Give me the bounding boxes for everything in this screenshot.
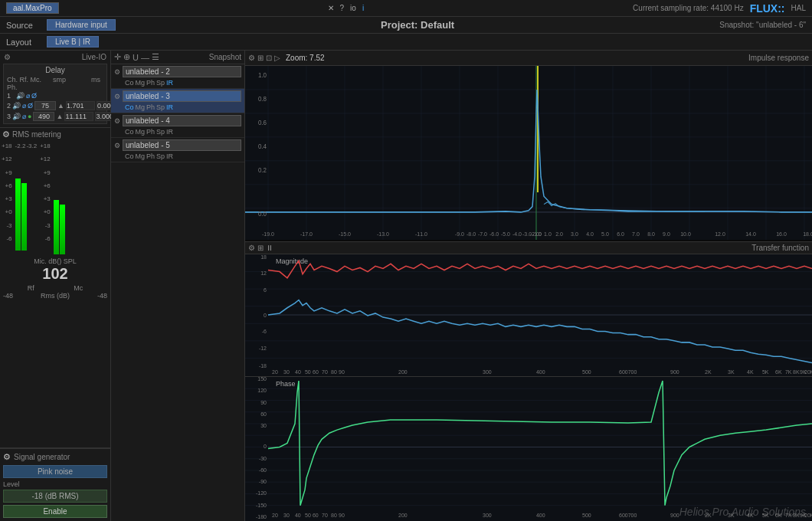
svg-text:5.0: 5.0 <box>601 231 609 238</box>
layout-label: Layout <box>6 38 41 47</box>
ch-3-speaker[interactable]: 🔊 <box>12 113 21 120</box>
channel-row-3: 3 🔊 ⌀ ● ▲ F. <box>5 111 105 122</box>
snap-gear-2[interactable]: ⚙ <box>114 117 120 125</box>
source-button[interactable]: Hardware input <box>47 19 116 31</box>
magnitude-section: Magnitude 18 12 6 0 -6 -12 -18 <box>245 254 812 377</box>
svg-text:6: 6 <box>264 287 267 293</box>
ch-3-smp-input[interactable] <box>33 112 54 121</box>
snap-name-2[interactable] <box>123 115 241 126</box>
meter-area: +18 +12 +9 +6 +3 +0 -3 -6 -2.2 -3.2 <box>0 141 110 256</box>
top-bar-left: aal.MaxPro <box>6 2 59 14</box>
svg-text:50: 50 <box>305 513 311 518</box>
vu-bar-3 <box>54 155 59 254</box>
level-button[interactable]: -18 (dB RMS) <box>3 490 107 503</box>
svg-text:Magnitude: Magnitude <box>276 257 308 265</box>
impulse-title: Impulse response <box>748 54 809 62</box>
transfer-title: Transfer function <box>751 244 809 252</box>
ch-3-mute[interactable]: ● <box>28 113 31 120</box>
svg-text:0.6: 0.6 <box>258 120 267 126</box>
ch-1-mute[interactable]: Ø <box>31 92 37 100</box>
snap-name-1[interactable] <box>123 90 241 102</box>
svg-text:-120: -120 <box>256 490 267 496</box>
snap-name-3[interactable] <box>123 139 241 151</box>
channel-row-1: 1 🔊 ⌀ Ø <box>5 91 105 100</box>
ch-1-num: 1 <box>7 92 15 100</box>
svg-text:60: 60 <box>313 513 319 518</box>
impulse-cursor-icon[interactable]: ▷ <box>274 54 280 62</box>
svg-text:-6: -6 <box>262 329 267 335</box>
snap-add-icon[interactable]: ✛ <box>114 52 121 62</box>
source-dropdown[interactable]: aal.MaxPro <box>6 2 59 14</box>
transfer-panel: ⚙ ⊞ ⏸ Transfer function <box>245 242 812 521</box>
svg-text:2K: 2K <box>705 369 712 375</box>
ch-2-num: 2 <box>7 102 11 110</box>
snap-menu-icon[interactable]: ☰ <box>152 52 159 62</box>
pink-noise-button[interactable]: Pink noise <box>3 465 107 478</box>
ch-1-phase[interactable]: ⌀ <box>26 92 30 100</box>
transfer-fit-icon[interactable]: ⊞ <box>257 244 264 252</box>
svg-text:3.0: 3.0 <box>571 231 578 238</box>
mic-db-label: Mic. dB() SPL <box>2 257 109 265</box>
snap-delete-icon[interactable]: U <box>133 53 139 62</box>
snap-import-icon[interactable]: — <box>141 53 149 62</box>
rf-label: Rf <box>28 284 34 292</box>
snap-gear-0[interactable]: ⚙ <box>114 68 120 76</box>
snap-gear-3[interactable]: ⚙ <box>114 142 120 149</box>
metering-header: ⚙ RMS metering <box>0 128 110 141</box>
svg-text:-8.0: -8.0 <box>467 231 476 238</box>
impulse-panel: ⚙ ⊞ ⊡ ▷ Zoom: 7.52 Impulse response <box>245 51 812 242</box>
svg-text:Phase: Phase <box>276 380 295 388</box>
transfer-pause-icon[interactable]: ⏸ <box>266 244 273 252</box>
svg-text:1.0: 1.0 <box>544 231 552 238</box>
enable-button[interactable]: Enable <box>3 505 107 518</box>
snap-gear-1[interactable]: ⚙ <box>114 93 120 100</box>
middle-panel: ✛ ⊕ U — ☰ Snapshot ⚙ Co Mg Ph Sp IR ⚙ <box>111 51 245 521</box>
svg-text:70: 70 <box>322 369 328 375</box>
impulse-controls: ⚙ ⊞ ⊡ ▷ Zoom: 7.52 <box>248 52 328 64</box>
snap-item-header-2: ⚙ <box>114 115 241 126</box>
transfer-controls: ⚙ ⊞ ⏸ <box>248 244 273 252</box>
ch-3-ms-input[interactable] <box>64 112 93 121</box>
sig-gen-title: Signal generator <box>14 453 70 461</box>
close-icon[interactable]: ✕ <box>328 4 334 12</box>
metering-gear-icon[interactable]: ⚙ <box>2 129 10 139</box>
snap-name-0[interactable] <box>123 66 241 77</box>
impulse-fit-icon[interactable]: ⊞ <box>257 54 264 62</box>
ch-2-ms-input[interactable] <box>66 101 95 110</box>
ch-2-smp-input[interactable] <box>34 101 56 110</box>
ch-2-speaker[interactable]: 🔊 <box>12 102 21 110</box>
ch-1-speaker[interactable]: 🔊 <box>16 92 25 100</box>
svg-text:-150: -150 <box>256 503 267 508</box>
transfer-inner: Magnitude 18 12 6 0 -6 -12 -18 <box>245 254 812 521</box>
meter-bars-right <box>54 155 65 254</box>
svg-text:0.2: 0.2 <box>258 167 267 174</box>
snapshot-item-3: ⚙ Co Mg Ph Sp IR <box>111 138 244 162</box>
io-label: io <box>350 4 356 12</box>
ch-2-phase[interactable]: ⌀ <box>22 102 26 110</box>
impulse-zoom-label: Zoom: 7.52 <box>283 52 328 64</box>
io-panel: ⚙ Live-IO Delay Ch. Rf. Mc. Ph. smp ms d… <box>0 51 110 128</box>
svg-text:80: 80 <box>331 513 337 518</box>
layout-button[interactable]: Live B | IR <box>47 36 99 48</box>
svg-text:0: 0 <box>264 313 267 319</box>
impulse-graph: 1.0 0.8 0.6 0.4 0.2 0.0 -19.0 -17.0 -15.… <box>245 66 812 240</box>
vu-fill-4 <box>60 205 65 254</box>
svg-text:60: 60 <box>313 369 319 375</box>
svg-text:-60: -60 <box>259 467 267 473</box>
ch-3-phase[interactable]: ⌀ <box>22 113 26 120</box>
impulse-zoom-icon[interactable]: ⊡ <box>266 54 272 62</box>
svg-text:8.0: 8.0 <box>647 231 655 238</box>
io-gear-icon[interactable]: ⚙ <box>4 53 11 61</box>
transfer-gear-icon[interactable]: ⚙ <box>248 244 255 252</box>
snapshot-item-1: ⚙ Co Mg Ph Sp IR <box>111 89 244 113</box>
level-label: Level <box>3 480 107 488</box>
ch-2-mute[interactable]: Ø <box>28 102 33 110</box>
mc-label: Mc <box>74 284 83 292</box>
sig-gen-gear-icon[interactable]: ⚙ <box>3 452 11 462</box>
question-icon[interactable]: ? <box>340 4 345 12</box>
svg-text:5K: 5K <box>762 369 769 375</box>
snap-copy-icon[interactable]: ⊕ <box>123 52 130 62</box>
impulse-gear-icon[interactable]: ⚙ <box>248 54 255 62</box>
svg-text:20: 20 <box>272 369 278 375</box>
info-icon[interactable]: i <box>362 4 364 12</box>
